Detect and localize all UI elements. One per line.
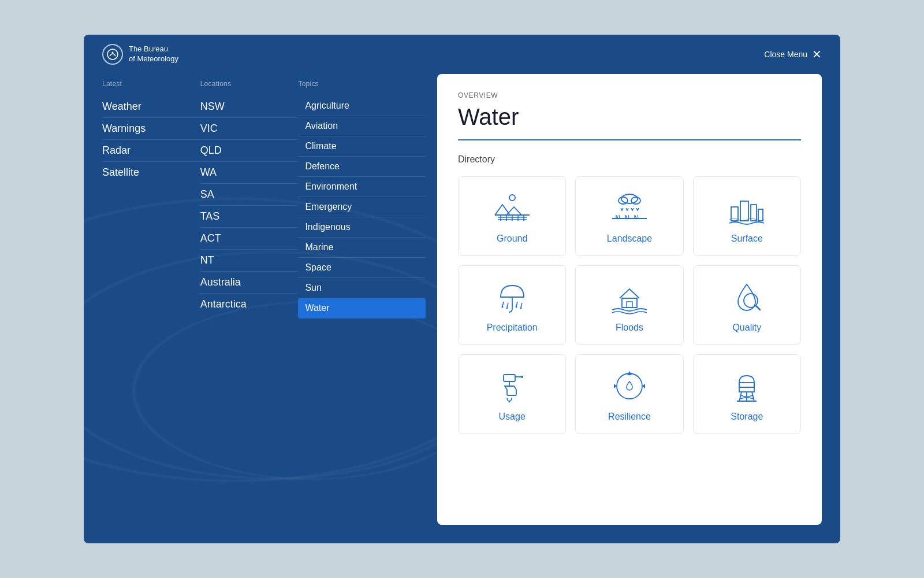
topic-agriculture[interactable]: Agriculture — [298, 96, 426, 116]
card-landscape[interactable]: Landscape — [575, 176, 683, 256]
svg-line-21 — [507, 303, 508, 307]
topic-marine[interactable]: Marine — [298, 238, 426, 258]
latest-header: Latest — [102, 80, 200, 88]
card-ground-label: Ground — [497, 234, 527, 244]
precipitation-icon — [492, 280, 532, 314]
nav-item-qld[interactable]: QLD — [200, 140, 299, 162]
card-resilience[interactable]: Resilience — [575, 354, 683, 434]
card-resilience-label: Resilience — [608, 412, 651, 422]
topic-aviation[interactable]: Aviation — [298, 116, 426, 136]
landscape-icon — [609, 191, 650, 225]
directory-label: Directory — [458, 154, 801, 165]
nav-item-warnings[interactable]: Warnings — [102, 118, 200, 140]
svg-marker-39 — [642, 384, 645, 388]
logo-area: The Bureau of Meteorology — [102, 44, 178, 65]
surface-icon — [726, 191, 767, 225]
nav-item-weather[interactable]: Weather — [102, 96, 200, 118]
card-floods-label: Floods — [616, 323, 643, 333]
usage-icon — [492, 369, 532, 403]
svg-line-23 — [521, 303, 522, 307]
topic-environment[interactable]: Environment — [298, 177, 426, 197]
svg-point-35 — [521, 376, 523, 378]
resilience-icon — [609, 369, 650, 403]
nav-item-nt[interactable]: NT — [200, 250, 299, 272]
card-precipitation-label: Precipitation — [487, 323, 538, 333]
page-title: Water — [458, 104, 801, 130]
main-content: Latest Weather Warnings Radar Satellite … — [84, 74, 840, 543]
svg-point-24 — [501, 306, 503, 308]
close-icon: ✕ — [812, 49, 822, 60]
svg-point-27 — [520, 307, 521, 309]
topic-emergency[interactable]: Emergency — [298, 197, 426, 217]
card-landscape-label: Landscape — [607, 234, 652, 244]
svg-rect-16 — [740, 201, 748, 221]
svg-point-25 — [506, 307, 508, 309]
nav-item-vic[interactable]: VIC — [200, 118, 299, 140]
svg-line-43 — [752, 392, 754, 401]
close-menu-label: Close Menu — [764, 50, 807, 59]
svg-point-36 — [508, 401, 510, 403]
ground-icon — [492, 191, 532, 225]
content-panel: Overview Water Directory — [437, 74, 822, 525]
floods-icon — [609, 280, 650, 314]
card-quality-label: Quality — [732, 323, 761, 333]
close-menu-button[interactable]: Close Menu ✕ — [764, 49, 822, 60]
card-surface[interactable]: Surface — [693, 176, 801, 256]
svg-rect-18 — [758, 209, 763, 221]
topic-sun[interactable]: Sun — [298, 278, 426, 298]
topic-climate[interactable]: Climate — [298, 136, 426, 157]
svg-line-41 — [739, 392, 742, 401]
nav-item-nsw[interactable]: NSW — [200, 96, 299, 118]
nav-item-act[interactable]: ACT — [200, 228, 299, 250]
svg-line-31 — [756, 306, 760, 310]
card-floods[interactable]: Floods — [575, 265, 683, 345]
directory-grid: Ground — [458, 176, 801, 434]
card-usage-label: Usage — [499, 412, 526, 422]
card-quality[interactable]: Quality — [693, 265, 801, 345]
svg-rect-29 — [627, 302, 632, 307]
storage-icon — [726, 369, 767, 403]
locations-header: Locations — [200, 80, 299, 88]
svg-point-12 — [619, 197, 628, 204]
svg-rect-28 — [622, 298, 637, 307]
card-precipitation[interactable]: Precipitation — [458, 265, 566, 345]
topic-defence[interactable]: Defence — [298, 157, 426, 177]
card-storage[interactable]: Storage — [693, 354, 801, 434]
svg-point-11 — [621, 194, 638, 203]
svg-point-0 — [107, 49, 118, 60]
app-window: The Bureau of Meteorology Close Menu ✕ L… — [84, 35, 840, 543]
svg-marker-38 — [614, 384, 617, 388]
logo-text: The Bureau of Meteorology — [129, 45, 178, 64]
svg-point-2 — [509, 195, 515, 201]
locations-column: Locations NSW VIC QLD WA SA TAS ACT NT A… — [200, 74, 299, 525]
svg-line-20 — [502, 302, 504, 306]
nav-item-radar[interactable]: Radar — [102, 140, 200, 162]
svg-rect-32 — [504, 375, 515, 381]
topic-space[interactable]: Space — [298, 258, 426, 278]
nav-item-australia[interactable]: Australia — [200, 272, 299, 294]
nav-item-satellite[interactable]: Satellite — [102, 162, 200, 183]
card-ground[interactable]: Ground — [458, 176, 566, 256]
topics-column: Topics Agriculture Aviation Climate Defe… — [298, 74, 426, 525]
nav-item-sa[interactable]: SA — [200, 184, 299, 206]
bom-logo-icon — [102, 44, 123, 65]
nav-panel: Latest Weather Warnings Radar Satellite … — [102, 74, 426, 525]
nav-item-wa[interactable]: WA — [200, 162, 299, 184]
svg-line-22 — [516, 302, 517, 306]
nav-item-antarctica[interactable]: Antarctica — [200, 294, 299, 315]
overview-label: Overview — [458, 91, 801, 99]
card-surface-label: Surface — [731, 234, 763, 244]
topic-water[interactable]: Water — [298, 298, 426, 318]
nav-item-tas[interactable]: TAS — [200, 206, 299, 228]
title-divider — [458, 139, 801, 140]
svg-point-26 — [515, 306, 517, 308]
card-storage-label: Storage — [731, 412, 763, 422]
svg-point-1 — [112, 52, 114, 54]
svg-point-13 — [631, 197, 640, 204]
card-usage[interactable]: Usage — [458, 354, 566, 434]
topics-header: Topics — [298, 80, 426, 88]
topic-indigenous[interactable]: Indigenous — [298, 217, 426, 238]
quality-icon — [726, 280, 767, 314]
latest-column: Latest Weather Warnings Radar Satellite — [102, 74, 200, 525]
header: The Bureau of Meteorology Close Menu ✕ — [84, 35, 840, 74]
